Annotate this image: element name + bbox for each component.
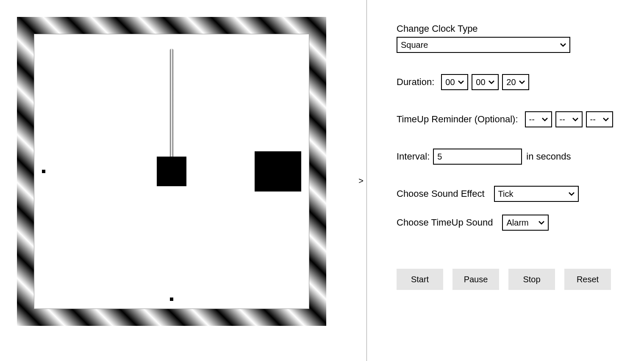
start-button[interactable]: Start — [397, 269, 443, 290]
clock-tick-left — [42, 170, 45, 173]
timeup-sound-block: Choose TimeUp Sound Alarm — [397, 215, 627, 231]
pause-button[interactable]: Pause — [452, 269, 499, 290]
duration-label: Duration: — [397, 77, 434, 88]
clock-panel — [0, 0, 366, 361]
clock-type-label: Change Clock Type — [397, 23, 627, 34]
sound-effect-select[interactable]: Tick — [494, 186, 579, 202]
clock-face — [34, 34, 309, 309]
interval-input[interactable] — [433, 149, 522, 165]
collapse-panel-button[interactable]: > — [356, 176, 366, 185]
interval-unit-label: in seconds — [526, 151, 571, 162]
timeup-seconds-select[interactable]: -- — [586, 111, 613, 127]
timeup-reminder-label: TimeUp Reminder (Optional): — [397, 114, 518, 125]
settings-panel: Change Clock Type Square Duration: 00 00… — [367, 0, 644, 361]
clock-type-select[interactable]: Square — [397, 37, 570, 53]
app-root: > Change Clock Type Square Duration: 00 … — [0, 0, 644, 361]
clock-tick-right — [255, 152, 301, 192]
reset-button[interactable]: Reset — [564, 269, 611, 290]
panel-divider: > — [366, 0, 367, 361]
sound-effect-label: Choose Sound Effect — [397, 188, 485, 199]
duration-minutes-select[interactable]: 00 — [472, 74, 499, 90]
action-buttons: Start Pause Stop Reset — [397, 269, 627, 290]
clock-tick-bottom — [170, 298, 173, 301]
interval-block: Interval: in seconds — [397, 149, 627, 165]
clock-type-block: Change Clock Type Square — [397, 23, 627, 53]
sound-effect-block: Choose Sound Effect Tick — [397, 186, 627, 202]
timeup-minutes-select[interactable]: -- — [555, 111, 583, 127]
duration-block: Duration: 00 00 20 — [397, 74, 627, 90]
timeup-reminder-block: TimeUp Reminder (Optional): -- -- -- — [397, 111, 627, 127]
timeup-sound-label: Choose TimeUp Sound — [397, 217, 493, 228]
clock-hub — [157, 157, 186, 186]
duration-hours-select[interactable]: 00 — [441, 74, 468, 90]
interval-label: Interval: — [397, 151, 430, 162]
duration-seconds-select[interactable]: 20 — [502, 74, 529, 90]
timeup-sound-select[interactable]: Alarm — [502, 215, 549, 231]
stop-button[interactable]: Stop — [508, 269, 555, 290]
clock-frame — [17, 17, 326, 326]
timeup-hours-select[interactable]: -- — [525, 111, 552, 127]
